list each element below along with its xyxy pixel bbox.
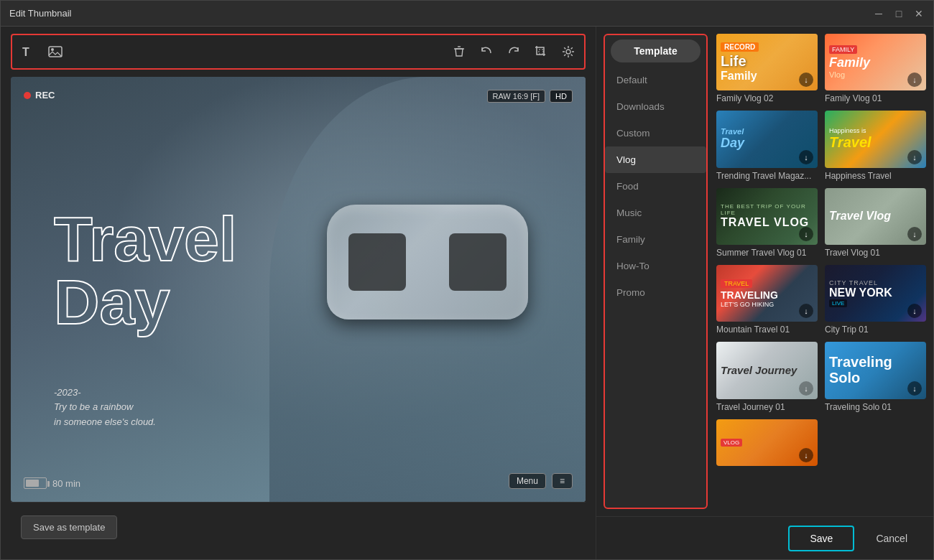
svg-text:T: T <box>22 46 29 58</box>
travel-line1: Travel <box>54 207 236 271</box>
template-thumb-mountain-travel: TRAVEL TRAVELING LET'S GO HIKING ↓ <box>716 265 818 322</box>
main-content: T <box>1 27 933 559</box>
template-trending-travel[interactable]: Travel Day ↓ Trending Travel Magaz... <box>716 111 818 180</box>
category-default[interactable]: Default <box>605 67 706 93</box>
template-family-vlog-02[interactable]: RECORD Life Family ↓ Family Vlog 02 <box>716 34 818 103</box>
category-family[interactable]: Family <box>605 226 706 253</box>
category-vlog[interactable]: Vlog <box>605 146 706 173</box>
download-icon-happiness-travel: ↓ <box>907 150 922 164</box>
svg-point-2 <box>51 48 54 51</box>
maximize-button[interactable]: □ <box>893 8 905 19</box>
template-label-family-vlog-01: Family Vlog 01 <box>825 93 926 103</box>
save-button[interactable]: Save <box>788 526 854 551</box>
template-mountain-travel[interactable]: TRAVEL TRAVELING LET'S GO HIKING ↓ Mount… <box>716 265 818 335</box>
close-button[interactable]: ✕ <box>913 8 925 19</box>
hd-badge: HD <box>550 90 573 103</box>
toolbar: T <box>11 34 586 70</box>
template-label-city-trip: City Trip 01 <box>825 325 926 335</box>
template-thumb-family-vlog-02: RECORD Life Family ↓ <box>716 34 818 90</box>
template-label-happiness-travel: Happiness Travel <box>825 171 926 181</box>
window-controls: ─ □ ✕ <box>873 8 925 19</box>
subtitle-quote1: Try to be a rainbow <box>54 400 156 415</box>
video-preview: REC RAW 16:9 [F] HD Travel Day -2023- <box>11 77 586 502</box>
toolbar-left: T <box>19 43 450 60</box>
templates-grid: RECORD Life Family ↓ Family Vlog 02 <box>716 34 926 466</box>
crop-button[interactable] <box>532 43 550 60</box>
battery-time-label: 80 min <box>52 478 80 489</box>
download-icon-last: ↓ <box>799 448 813 462</box>
category-template-header[interactable]: Template <box>611 39 700 62</box>
template-last-item[interactable]: VLOG ↓ <box>716 419 818 466</box>
template-label-travel-journey: Travel Journey 01 <box>716 402 818 412</box>
left-panel: T <box>1 27 596 559</box>
undo-button[interactable] <box>478 43 495 60</box>
template-thumb-summer-travel: The Best Trip of your life TRAVEL VLOG ↓ <box>716 188 818 245</box>
battery-info: 80 min <box>24 477 80 489</box>
template-thumb-travel-vlog-01: Travel Vlog ↓ <box>825 188 926 245</box>
list-icon: ≡ <box>560 476 565 486</box>
window-title: Edit Thumbnail <box>9 8 71 19</box>
template-label-traveling-solo: Traveling Solo 01 <box>825 402 926 412</box>
list-button[interactable]: ≡ <box>552 473 573 489</box>
rec-indicator: REC <box>24 90 55 101</box>
svg-rect-3 <box>539 50 543 54</box>
delete-button[interactable] <box>450 43 468 60</box>
title-bar: Edit Thumbnail ─ □ ✕ <box>1 1 933 27</box>
subtitle-quote2: in someone else's cloud. <box>54 415 156 430</box>
settings-button[interactable] <box>560 43 577 60</box>
download-icon-travel-journey: ↓ <box>799 381 813 396</box>
category-panel: Template Default Downloads Custom Vlog F… <box>604 34 708 509</box>
redo-button[interactable] <box>505 43 522 60</box>
video-info-badges: RAW 16:9 [F] HD <box>487 90 573 103</box>
download-icon-traveling-solo: ↓ <box>907 381 922 396</box>
template-summer-travel[interactable]: The Best Trip of your life TRAVEL VLOG ↓… <box>716 188 818 258</box>
template-thumb-happiness-travel: Happiness is Travel ↓ <box>825 111 926 167</box>
category-promo[interactable]: Promo <box>605 279 706 306</box>
right-panel: Template Default Downloads Custom Vlog F… <box>596 27 933 559</box>
save-as-template-button[interactable]: Save as template <box>21 515 117 539</box>
minimize-button[interactable]: ─ <box>873 8 884 19</box>
download-icon-trending-travel: ↓ <box>799 150 813 164</box>
template-thumb-last: VLOG ↓ <box>716 419 818 466</box>
subtitle-year: -2023- <box>54 386 156 401</box>
canvas-area[interactable]: REC RAW 16:9 [F] HD Travel Day -2023- <box>11 77 586 502</box>
template-thumb-travel-journey: Travel Journey ↓ <box>716 342 818 398</box>
travel-line2: Day <box>54 271 236 334</box>
template-label-mountain-travel: Mountain Travel 01 <box>716 325 818 335</box>
image-tool-button[interactable] <box>47 43 64 60</box>
bottom-strip: Save as template <box>11 502 586 552</box>
rec-label: REC <box>35 90 55 101</box>
template-travel-vlog-01[interactable]: Travel Vlog ↓ Travel Vlog 01 <box>825 188 926 258</box>
download-icon-travel-vlog-01: ↓ <box>907 227 922 241</box>
template-thumb-family-vlog-01: FAMILY Family Vlog ↓ <box>825 34 926 90</box>
templates-area: RECORD Life Family ↓ Family Vlog 02 <box>708 27 933 516</box>
raw-badge: RAW 16:9 [F] <box>487 90 546 103</box>
template-label-travel-vlog-01: Travel Vlog 01 <box>825 248 926 258</box>
category-downloads[interactable]: Downloads <box>605 93 706 120</box>
save-bar: Save Cancel <box>596 516 933 559</box>
rec-dot <box>24 92 31 99</box>
template-thumb-trending-travel: Travel Day ↓ <box>716 111 818 167</box>
download-icon-summer-travel: ↓ <box>799 227 813 241</box>
svg-point-4 <box>566 50 570 54</box>
menu-button[interactable]: Menu <box>509 473 546 489</box>
template-happiness-travel[interactable]: Happiness is Travel ↓ Happiness Travel <box>825 111 926 180</box>
bottom-right-controls: Menu ≡ <box>509 473 573 489</box>
category-food[interactable]: Food <box>605 173 706 200</box>
edit-thumbnail-window: Edit Thumbnail ─ □ ✕ T <box>0 0 934 560</box>
travel-text-block: Travel Day <box>54 207 236 334</box>
template-family-vlog-01[interactable]: FAMILY Family Vlog ↓ Family Vlog 01 <box>825 34 926 103</box>
toolbar-right <box>450 43 577 60</box>
vr-headset <box>327 205 528 319</box>
subtitle-block: -2023- Try to be a rainbow in someone el… <box>54 386 156 430</box>
template-travel-journey[interactable]: Travel Journey ↓ Travel Journey 01 <box>716 342 818 411</box>
battery-icon <box>24 477 47 489</box>
category-howto[interactable]: How-To <box>605 253 706 279</box>
category-music[interactable]: Music <box>605 200 706 226</box>
template-city-trip[interactable]: CITY TRAVEL NEW YORK LIVE ↓ City Trip 01 <box>825 265 926 335</box>
cancel-button[interactable]: Cancel <box>861 527 922 550</box>
right-panel-content: Template Default Downloads Custom Vlog F… <box>596 27 933 516</box>
category-custom[interactable]: Custom <box>605 120 706 146</box>
template-traveling-solo[interactable]: Traveling Solo ↓ Traveling Solo 01 <box>825 342 926 411</box>
text-tool-button[interactable]: T <box>19 43 37 60</box>
